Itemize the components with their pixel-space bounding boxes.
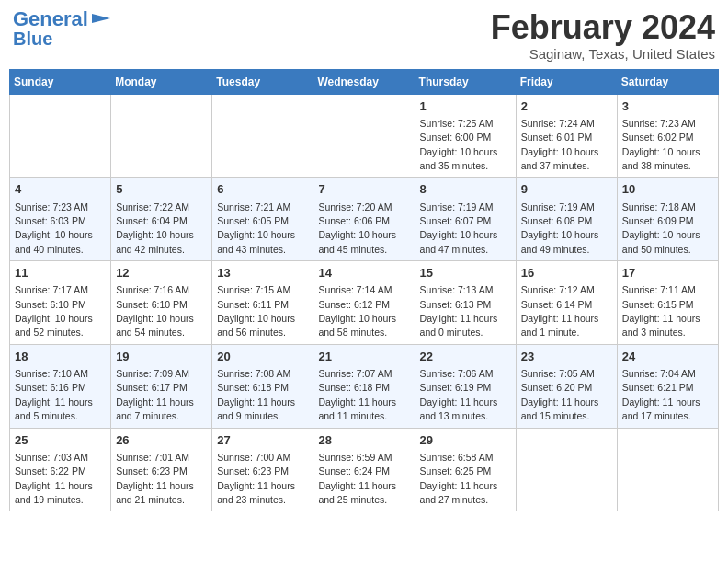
day-number: 9 bbox=[521, 181, 612, 198]
day-info: Sunrise: 7:09 AMSunset: 6:17 PMDaylight:… bbox=[116, 368, 194, 421]
day-number: 24 bbox=[622, 349, 713, 365]
day-number: 1 bbox=[420, 98, 511, 115]
day-number: 13 bbox=[217, 265, 308, 282]
day-number: 11 bbox=[15, 265, 106, 282]
calendar-cell: 4 Sunrise: 7:23 AMSunset: 6:03 PMDayligh… bbox=[10, 178, 111, 261]
day-info: Sunrise: 7:12 AMSunset: 6:14 PMDaylight:… bbox=[521, 284, 599, 338]
logo-arrow-icon bbox=[88, 14, 114, 23]
day-number: 27 bbox=[217, 432, 308, 449]
day-number: 2 bbox=[521, 98, 612, 115]
calendar-cell: 24 Sunrise: 7:04 AMSunset: 6:21 PMDaylig… bbox=[617, 344, 718, 428]
calendar-cell: 15 Sunrise: 7:13 AMSunset: 6:13 PMDaylig… bbox=[415, 261, 516, 345]
calendar-cell bbox=[516, 428, 617, 511]
day-info: Sunrise: 7:03 AMSunset: 6:22 PMDaylight:… bbox=[15, 452, 93, 505]
calendar-cell bbox=[617, 428, 718, 511]
calendar-cell: 25 Sunrise: 7:03 AMSunset: 6:22 PMDaylig… bbox=[10, 428, 111, 511]
day-number: 20 bbox=[217, 349, 308, 365]
calendar-cell: 20 Sunrise: 7:08 AMSunset: 6:18 PMDaylig… bbox=[212, 344, 313, 428]
day-info: Sunrise: 6:59 AMSunset: 6:24 PMDaylight:… bbox=[318, 452, 396, 505]
day-number: 22 bbox=[420, 349, 511, 365]
day-number: 21 bbox=[318, 349, 409, 365]
day-info: Sunrise: 7:24 AMSunset: 6:01 PMDaylight:… bbox=[521, 118, 599, 171]
day-info: Sunrise: 7:11 AMSunset: 6:15 PMDaylight:… bbox=[622, 284, 700, 338]
weekday-header-wednesday: Wednesday bbox=[313, 69, 415, 94]
calendar-cell: 6 Sunrise: 7:21 AMSunset: 6:05 PMDayligh… bbox=[212, 178, 313, 261]
day-info: Sunrise: 7:15 AMSunset: 6:11 PMDaylight:… bbox=[217, 284, 295, 338]
day-info: Sunrise: 7:05 AMSunset: 6:20 PMDaylight:… bbox=[521, 368, 599, 421]
day-number: 14 bbox=[318, 265, 409, 282]
day-info: Sunrise: 7:14 AMSunset: 6:12 PMDaylight:… bbox=[318, 284, 396, 338]
day-info: Sunrise: 7:17 AMSunset: 6:10 PMDaylight:… bbox=[15, 284, 93, 338]
day-info: Sunrise: 6:58 AMSunset: 6:25 PMDaylight:… bbox=[420, 452, 498, 505]
day-info: Sunrise: 7:00 AMSunset: 6:23 PMDaylight:… bbox=[217, 452, 295, 505]
calendar-cell: 1 Sunrise: 7:25 AMSunset: 6:00 PMDayligh… bbox=[415, 94, 516, 178]
calendar-cell: 28 Sunrise: 6:59 AMSunset: 6:24 PMDaylig… bbox=[313, 428, 415, 511]
calendar-cell: 11 Sunrise: 7:17 AMSunset: 6:10 PMDaylig… bbox=[10, 261, 111, 345]
day-number: 17 bbox=[622, 265, 713, 282]
calendar-table: SundayMondayTuesdayWednesdayThursdayFrid… bbox=[9, 69, 719, 512]
calendar-cell: 2 Sunrise: 7:24 AMSunset: 6:01 PMDayligh… bbox=[516, 94, 617, 178]
day-number: 19 bbox=[116, 349, 207, 365]
calendar-cell: 21 Sunrise: 7:07 AMSunset: 6:18 PMDaylig… bbox=[313, 344, 415, 428]
svg-marker-0 bbox=[92, 14, 110, 23]
day-info: Sunrise: 7:08 AMSunset: 6:18 PMDaylight:… bbox=[217, 368, 295, 421]
calendar-cell: 13 Sunrise: 7:15 AMSunset: 6:11 PMDaylig… bbox=[212, 261, 313, 345]
day-info: Sunrise: 7:25 AMSunset: 6:00 PMDaylight:… bbox=[420, 118, 498, 171]
logo-text: General bbox=[13, 9, 88, 29]
weekday-header-tuesday: Tuesday bbox=[212, 69, 313, 94]
day-info: Sunrise: 7:19 AMSunset: 6:07 PMDaylight:… bbox=[420, 201, 498, 255]
weekday-header-thursday: Thursday bbox=[415, 69, 516, 94]
weekday-header-saturday: Saturday bbox=[617, 69, 718, 94]
calendar-cell: 5 Sunrise: 7:22 AMSunset: 6:04 PMDayligh… bbox=[111, 178, 212, 261]
day-number: 29 bbox=[420, 432, 511, 449]
day-info: Sunrise: 7:06 AMSunset: 6:19 PMDaylight:… bbox=[420, 368, 498, 421]
calendar-cell: 18 Sunrise: 7:10 AMSunset: 6:16 PMDaylig… bbox=[10, 344, 111, 428]
calendar-cell bbox=[313, 94, 415, 178]
day-info: Sunrise: 7:13 AMSunset: 6:13 PMDaylight:… bbox=[420, 284, 498, 338]
day-number: 15 bbox=[420, 265, 511, 282]
day-number: 28 bbox=[318, 432, 409, 449]
day-info: Sunrise: 7:07 AMSunset: 6:18 PMDaylight:… bbox=[318, 368, 396, 421]
calendar-header-row: SundayMondayTuesdayWednesdayThursdayFrid… bbox=[10, 69, 719, 94]
weekday-header-monday: Monday bbox=[111, 69, 212, 94]
calendar-cell: 16 Sunrise: 7:12 AMSunset: 6:14 PMDaylig… bbox=[516, 261, 617, 345]
calendar-cell: 10 Sunrise: 7:18 AMSunset: 6:09 PMDaylig… bbox=[617, 178, 718, 261]
day-number: 26 bbox=[116, 432, 207, 449]
day-number: 6 bbox=[217, 181, 308, 198]
logo-blue-text: Blue bbox=[13, 29, 52, 48]
page-header: General Blue February 2024 Saginaw, Texa… bbox=[9, 9, 719, 62]
calendar-week-row: 1 Sunrise: 7:25 AMSunset: 6:00 PMDayligh… bbox=[10, 94, 719, 178]
day-number: 8 bbox=[420, 181, 511, 198]
calendar-cell: 12 Sunrise: 7:16 AMSunset: 6:10 PMDaylig… bbox=[111, 261, 212, 345]
weekday-header-friday: Friday bbox=[516, 69, 617, 94]
calendar-cell: 27 Sunrise: 7:00 AMSunset: 6:23 PMDaylig… bbox=[212, 428, 313, 511]
calendar-cell bbox=[111, 94, 212, 178]
day-info: Sunrise: 7:10 AMSunset: 6:16 PMDaylight:… bbox=[15, 368, 93, 421]
day-info: Sunrise: 7:16 AMSunset: 6:10 PMDaylight:… bbox=[116, 284, 194, 338]
day-number: 4 bbox=[15, 181, 106, 198]
calendar-cell: 23 Sunrise: 7:05 AMSunset: 6:20 PMDaylig… bbox=[516, 344, 617, 428]
day-info: Sunrise: 7:18 AMSunset: 6:09 PMDaylight:… bbox=[622, 201, 700, 255]
calendar-cell: 19 Sunrise: 7:09 AMSunset: 6:17 PMDaylig… bbox=[111, 344, 212, 428]
location: Saginaw, Texas, United States bbox=[491, 46, 715, 62]
day-number: 7 bbox=[318, 181, 409, 198]
day-info: Sunrise: 7:21 AMSunset: 6:05 PMDaylight:… bbox=[217, 201, 295, 255]
day-info: Sunrise: 7:01 AMSunset: 6:23 PMDaylight:… bbox=[116, 452, 194, 505]
logo: General Blue bbox=[13, 9, 114, 48]
day-number: 12 bbox=[116, 265, 207, 282]
day-number: 5 bbox=[116, 181, 207, 198]
day-number: 18 bbox=[15, 349, 106, 365]
calendar-cell: 29 Sunrise: 6:58 AMSunset: 6:25 PMDaylig… bbox=[415, 428, 516, 511]
title-block: February 2024 Saginaw, Texas, United Sta… bbox=[491, 9, 715, 62]
calendar-week-row: 4 Sunrise: 7:23 AMSunset: 6:03 PMDayligh… bbox=[10, 178, 719, 261]
weekday-header-sunday: Sunday bbox=[10, 69, 111, 94]
day-number: 16 bbox=[521, 265, 612, 282]
calendar-cell bbox=[212, 94, 313, 178]
day-info: Sunrise: 7:04 AMSunset: 6:21 PMDaylight:… bbox=[622, 368, 700, 421]
day-info: Sunrise: 7:22 AMSunset: 6:04 PMDaylight:… bbox=[116, 201, 194, 255]
calendar-cell: 14 Sunrise: 7:14 AMSunset: 6:12 PMDaylig… bbox=[313, 261, 415, 345]
calendar-cell: 3 Sunrise: 7:23 AMSunset: 6:02 PMDayligh… bbox=[617, 94, 718, 178]
day-info: Sunrise: 7:23 AMSunset: 6:03 PMDaylight:… bbox=[15, 201, 93, 255]
day-number: 3 bbox=[622, 98, 713, 115]
calendar-cell: 22 Sunrise: 7:06 AMSunset: 6:19 PMDaylig… bbox=[415, 344, 516, 428]
